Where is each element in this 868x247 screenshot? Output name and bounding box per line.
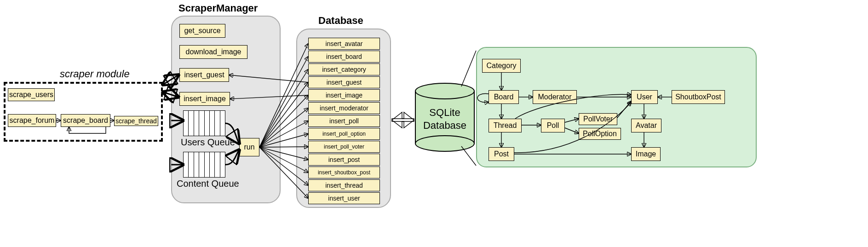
schema-category: Category	[482, 59, 521, 73]
database-title: Database	[318, 15, 363, 27]
schema-moderator: Moderator	[533, 90, 577, 104]
scrape-forum-box: scrape_forum	[8, 114, 56, 127]
diagram-canvas: scraper module ScraperManager Database s…	[0, 0, 868, 247]
users-queue	[183, 110, 225, 136]
sqlite-label-1: SQLite	[415, 107, 475, 119]
schema-post: Post	[489, 147, 514, 161]
scraper-manager-title: ScraperManager	[178, 2, 258, 14]
download-image-box: download_image	[179, 45, 247, 59]
get-source-box: get_source	[179, 24, 225, 38]
db-insert-guest: insert_guest	[308, 76, 380, 88]
db-insert-poll: insert_poll	[308, 115, 380, 127]
db-insert-image: insert_image	[308, 89, 380, 101]
sqlite-label-2: Database	[415, 120, 475, 132]
schema-polloption: PollOption	[579, 128, 621, 140]
schema-pollvoter: PollVoter	[579, 113, 617, 125]
insert-image-box: insert_image	[179, 92, 230, 106]
db-insert-post: insert_post	[308, 154, 380, 166]
schema-poll: Poll	[541, 119, 565, 132]
scrape-users-box: scrape_users	[8, 88, 55, 101]
content-queue	[183, 152, 225, 178]
db-insert-user: insert_user	[308, 192, 380, 204]
content-queue-label: Content Queue	[177, 178, 239, 189]
schema-user: User	[631, 90, 658, 104]
scrape-board-box: scrape_board	[61, 114, 110, 127]
db-insert-poll-option: insert_poll_option	[308, 128, 380, 140]
schema-image: Image	[631, 147, 661, 161]
schema-thread: Thread	[489, 119, 522, 132]
db-insert-category: insert_category	[308, 63, 380, 75]
schema-shoutboxpost: ShoutboxPost	[672, 90, 725, 104]
db-insert-poll-voter: insert_poll_voter	[308, 141, 380, 153]
scrape-thread-box: scrape_thread	[114, 116, 158, 126]
db-insert-moderator: insert_moderator	[308, 102, 380, 114]
scraper-module-title: scraper module	[60, 68, 130, 80]
db-insert-board: insert_board	[308, 51, 380, 63]
users-queue-label: Users Queue	[181, 137, 235, 148]
schema-avatar: Avatar	[631, 119, 661, 132]
db-insert-avatar: insert_avatar	[308, 38, 380, 50]
db-insert-shoutbox-post: insert_shoutbox_post	[308, 167, 380, 178]
schema-board: Board	[489, 90, 519, 104]
sqlite-cylinder: SQLite Database	[415, 83, 475, 152]
run-box: run	[239, 138, 259, 156]
svg-line-21	[461, 51, 476, 86]
insert-guest-box: insert_guest	[179, 68, 229, 82]
db-insert-thread: insert_thread	[308, 179, 380, 191]
